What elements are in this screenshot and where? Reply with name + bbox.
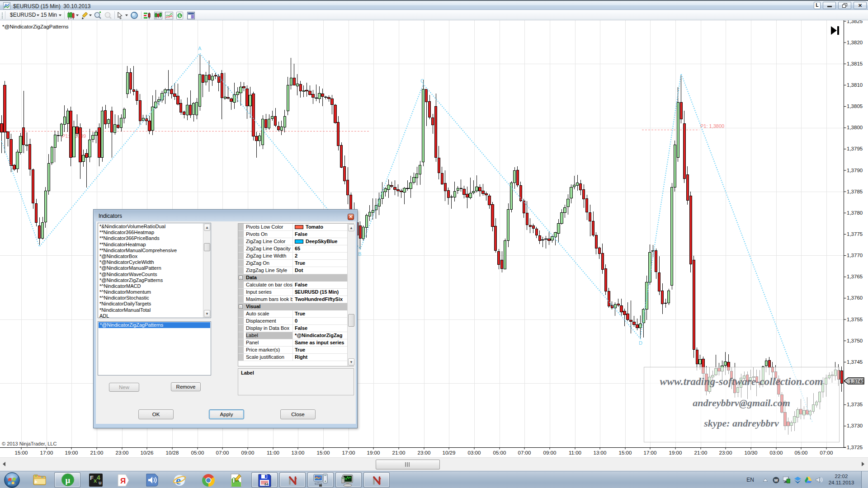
svg-text:17:00: 17:00 — [342, 450, 355, 455]
svg-text:1,3730: 1,3730 — [847, 423, 863, 428]
svg-text:1,3745: 1,3745 — [847, 359, 863, 365]
svg-text:Я: Я — [120, 477, 126, 485]
svg-text:B: B — [358, 251, 361, 257]
svg-text:1,3755: 1,3755 — [847, 317, 863, 322]
svg-text:10/29: 10/29 — [443, 450, 456, 455]
svg-text:1,3770: 1,3770 — [847, 253, 863, 258]
svg-text:17:00: 17:00 — [644, 450, 657, 455]
svg-text:07:00: 07:00 — [820, 450, 833, 455]
svg-text:11:00: 11:00 — [569, 450, 581, 455]
svg-text:05:00: 05:00 — [493, 450, 506, 455]
svg-text:10/26: 10/26 — [141, 450, 154, 455]
svg-text:1,3820: 1,3820 — [847, 40, 863, 45]
svg-text:C: C — [420, 78, 424, 84]
svg-text:e: e — [176, 474, 181, 487]
svg-text:21:00: 21:00 — [392, 450, 406, 455]
svg-text:19:00: 19:00 — [669, 450, 682, 455]
svg-text:A: A — [198, 46, 202, 51]
svg-text:1,3790: 1,3790 — [847, 168, 863, 173]
svg-text:15:00: 15:00 — [317, 450, 330, 455]
svg-text:15:00: 15:00 — [15, 450, 28, 455]
svg-text:21:00: 21:00 — [694, 450, 708, 455]
svg-text:1,3740: 1,3740 — [849, 379, 864, 384]
svg-text:1,3765: 1,3765 — [847, 274, 863, 279]
svg-text:64·: 64· — [264, 483, 269, 486]
svg-text:P1: 1,3800: P1: 1,3800 — [700, 123, 724, 129]
svg-text:07:00: 07:00 — [216, 450, 229, 455]
svg-text:03:00: 03:00 — [770, 450, 783, 455]
svg-text:W: W — [774, 478, 778, 483]
svg-text:23:00: 23:00 — [719, 450, 732, 455]
svg-text:1,3805: 1,3805 — [847, 103, 863, 109]
svg-text:11:00: 11:00 — [267, 450, 279, 455]
svg-text:© 2013 NinjaTrader, LLC: © 2013 NinjaTrader, LLC — [2, 441, 57, 446]
svg-text:23:00: 23:00 — [116, 450, 129, 455]
svg-text:21:00: 21:00 — [90, 450, 104, 455]
svg-text:1,3775: 1,3775 — [847, 231, 863, 237]
svg-text:u: u — [99, 480, 102, 485]
svg-text:1,3825: 1,3825 — [847, 20, 863, 24]
svg-text:andreybbrv@gmail.com: andreybbrv@gmail.com — [693, 397, 790, 408]
svg-text:D: D — [639, 340, 642, 346]
svg-text:*@NindicatorZigZagPatterns: *@NindicatorZigZagPatterns — [2, 24, 69, 29]
svg-text:$: $ — [179, 13, 181, 18]
svg-text:13:00: 13:00 — [594, 450, 607, 455]
svg-text:1,3780: 1,3780 — [847, 210, 863, 216]
svg-text:1,3750: 1,3750 — [847, 338, 863, 343]
svg-text:03:00: 03:00 — [468, 450, 481, 455]
svg-text:skype: andreybbrv: skype: andreybbrv — [703, 418, 779, 429]
svg-text:1,3760: 1,3760 — [847, 295, 863, 300]
svg-text:μ: μ — [66, 475, 71, 485]
svg-text:1,3800: 1,3800 — [847, 125, 863, 130]
svg-text:09:00: 09:00 — [241, 450, 255, 455]
svg-text:1,3815: 1,3815 — [847, 61, 863, 66]
svg-text:1,3810: 1,3810 — [847, 82, 863, 88]
svg-text:1,3735: 1,3735 — [847, 402, 863, 407]
svg-text:1,3785: 1,3785 — [847, 189, 863, 194]
svg-text:1,3725: 1,3725 — [847, 445, 863, 450]
svg-text:09:00: 09:00 — [543, 450, 557, 455]
svg-text:10/30: 10/30 — [745, 450, 758, 455]
svg-text:www.trading-software-collectio: www.trading-software-collection.com — [660, 375, 823, 387]
svg-text:1,3795: 1,3795 — [847, 146, 863, 151]
svg-text:13:00: 13:00 — [292, 450, 305, 455]
svg-text:05:00: 05:00 — [795, 450, 808, 455]
svg-text:10/28: 10/28 — [166, 450, 179, 455]
svg-text:23:00: 23:00 — [418, 450, 431, 455]
svg-text:17:00: 17:00 — [40, 450, 53, 455]
svg-text:19:00: 19:00 — [65, 450, 78, 455]
svg-text:F: F — [90, 474, 94, 481]
svg-text:19:00: 19:00 — [367, 450, 380, 455]
svg-text:07:00: 07:00 — [518, 450, 531, 455]
svg-text:15:00: 15:00 — [619, 450, 632, 455]
svg-text:05:00: 05:00 — [191, 450, 204, 455]
